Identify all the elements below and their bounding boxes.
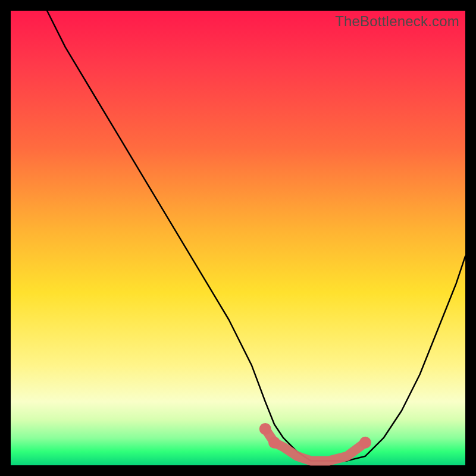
highlight-dot: [259, 423, 271, 435]
highlight-dot: [359, 437, 371, 449]
highlight-dot: [268, 437, 280, 449]
bottleneck-curve: [47, 11, 465, 461]
chart-frame: TheBottleneck.com: [0, 0, 476, 476]
curve-layer: [11, 11, 465, 465]
plot-area: TheBottleneck.com: [11, 11, 465, 465]
